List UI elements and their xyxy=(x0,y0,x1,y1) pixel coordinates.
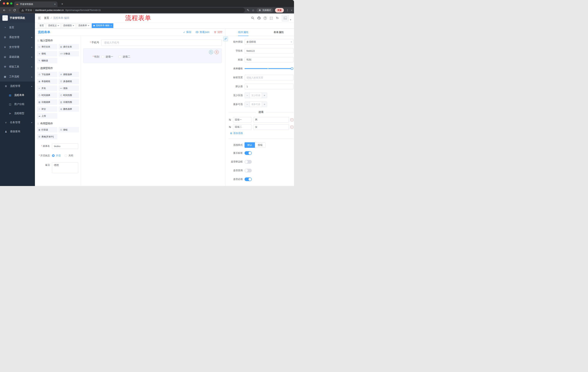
option-value-input[interactable] xyxy=(253,124,289,130)
decrease-button[interactable] xyxy=(245,102,250,107)
palette-item-single-text[interactable]: ▭单行文本 xyxy=(37,44,57,50)
palette-item-password[interactable]: ∗密码 xyxy=(37,51,57,56)
sidebar-item-home[interactable]: ◔ 首页 xyxy=(0,22,35,32)
add-option-button[interactable]: 添加选项 xyxy=(230,132,294,135)
window-close-button[interactable] xyxy=(3,2,5,5)
sidebar-item-process-management[interactable]: ≣ 流程管理 xyxy=(0,82,35,91)
palette-item-slider[interactable]: ⊷滑块 xyxy=(59,85,79,91)
tag-process-form-edit[interactable]: 流程表单-编辑 xyxy=(92,23,113,28)
hamburger-icon[interactable] xyxy=(38,16,41,20)
clear-button[interactable]: 清空 xyxy=(214,31,222,34)
copy-widget-button[interactable] xyxy=(209,50,213,54)
tab-close-icon[interactable] xyxy=(54,3,56,6)
grid-slider[interactable] xyxy=(244,66,294,71)
palette-item-date-picker[interactable]: ▦日期选择 xyxy=(37,99,57,105)
increase-button[interactable] xyxy=(262,102,267,107)
default-value-input[interactable] xyxy=(244,84,294,89)
palette-item-counter[interactable]: 123计数器 xyxy=(59,51,79,56)
palette-item-multi-text[interactable]: ▤多行文本 xyxy=(59,44,79,50)
palette-item-select[interactable]: ⊙下拉选择 xyxy=(37,72,57,77)
app-logo-row[interactable]: 芋道管理系统 xyxy=(0,13,35,22)
remove-option-button[interactable] xyxy=(290,118,294,121)
password-key-icon[interactable] xyxy=(247,9,250,12)
delete-widget-button[interactable] xyxy=(215,50,219,54)
sidebar-item-user-group[interactable]: ◫ 用户分组 xyxy=(0,100,35,109)
sidebar-item-process-model[interactable]: ⊳ 流程模型 xyxy=(0,109,35,118)
new-tab-button[interactable] xyxy=(60,2,64,6)
checkbox-option-1[interactable]: 选项一 xyxy=(102,55,113,58)
drag-handle-icon[interactable] xyxy=(229,126,231,128)
option-style-button-button[interactable]: 按钮 xyxy=(255,142,265,148)
search-icon[interactable] xyxy=(251,16,254,20)
drag-handle-icon[interactable] xyxy=(229,118,231,121)
breadcrumb-home[interactable]: 首页 xyxy=(44,16,49,20)
tab-component-props[interactable]: 组件属性 xyxy=(226,29,261,36)
field-link-button[interactable] xyxy=(223,36,228,41)
sidebar-item-task-management[interactable]: ⋎ 任务管理 xyxy=(0,118,35,127)
github-icon[interactable] xyxy=(257,16,261,20)
sidebar-item-system[interactable]: ⚙ 系统管理 xyxy=(0,32,35,42)
tab-form-props[interactable]: 表单属性 xyxy=(261,29,294,36)
component-type-select[interactable]: 多选框组 xyxy=(244,39,294,45)
sidebar-item-payment[interactable]: ¥ 支付管理 xyxy=(0,42,35,52)
decrease-button[interactable] xyxy=(245,93,250,98)
back-button[interactable] xyxy=(2,8,7,13)
tag-close-icon[interactable] xyxy=(58,24,59,27)
bookmark-star-icon[interactable] xyxy=(252,9,254,12)
palette-item-checkbox-group[interactable]: ☑多选框组 xyxy=(59,79,79,84)
tag-process-definition[interactable]: 流程定义 xyxy=(46,23,61,28)
window-minimize-button[interactable] xyxy=(7,2,9,5)
label-width-input[interactable] xyxy=(244,75,294,80)
forward-button[interactable] xyxy=(7,8,12,13)
avatar[interactable] xyxy=(282,15,289,21)
view-json-button[interactable]: 查看json xyxy=(196,31,210,34)
tag-home[interactable]: 首页 xyxy=(38,23,45,28)
option-label-input[interactable] xyxy=(233,117,252,122)
required-switch[interactable] xyxy=(244,177,252,181)
reload-button[interactable] xyxy=(12,8,17,13)
increase-button[interactable] xyxy=(262,93,267,98)
sidebar-item-devtools[interactable]: ⚒ 研发工具 xyxy=(0,62,35,72)
option-value-input[interactable] xyxy=(253,117,289,122)
sidebar-item-leave-query[interactable]: ♟ 请假查询 xyxy=(0,127,35,136)
min-select-input[interactable] xyxy=(250,93,262,98)
font-size-icon[interactable] xyxy=(276,16,279,20)
palette-item-color-picker[interactable]: ◍颜色选择 xyxy=(59,106,79,112)
tag-process-form[interactable]: 流程表单 xyxy=(77,23,91,28)
palette-item-button[interactable]: ⊡按钮 xyxy=(59,127,79,132)
phone-field[interactable]: 手机号 xyxy=(83,39,222,46)
tag-process-model[interactable]: 流程模型 xyxy=(62,23,76,28)
title-input[interactable] xyxy=(244,57,294,63)
tag-close-icon[interactable] xyxy=(88,24,89,27)
palette-item-table[interactable]: ⊞表格[开发中] xyxy=(37,134,57,139)
disabled-switch[interactable] xyxy=(244,169,252,172)
checkbox-option-2[interactable]: 选项二 xyxy=(119,55,130,58)
fullscreen-icon[interactable] xyxy=(270,17,273,20)
max-select-input[interactable] xyxy=(250,102,262,107)
border-switch[interactable] xyxy=(244,160,252,164)
option-label-input[interactable] xyxy=(233,124,252,130)
help-icon[interactable] xyxy=(264,17,267,20)
window-zoom-button[interactable] xyxy=(10,2,12,5)
browser-menu-icon[interactable] xyxy=(286,9,289,12)
option-style-default-button[interactable]: 默认 xyxy=(244,142,255,148)
palette-item-row-container[interactable]: ▣行容器 xyxy=(37,127,57,132)
sidebar-item-infrastructure[interactable]: ⊞ 基础设施 xyxy=(0,52,35,62)
save-button[interactable]: 保存 xyxy=(183,31,191,34)
sidebar-item-process-form[interactable]: ▤ 流程表单 xyxy=(0,91,35,100)
slider-handle[interactable] xyxy=(291,67,293,70)
tag-close-icon[interactable] xyxy=(110,24,112,27)
palette-item-radio-group[interactable]: ◉单选框组 xyxy=(37,79,57,84)
palette-item-time-range[interactable]: ◴时间范围 xyxy=(59,93,79,98)
update-button[interactable]: 更新 xyxy=(275,8,284,12)
address-bar[interactable]: 不安全 dashboard.yudao.iocoder.cn/bpm/manag… xyxy=(19,8,245,13)
remark-textarea[interactable]: 嘿嘿 xyxy=(52,162,78,173)
browser-tab[interactable]: 芋道管理系统 xyxy=(14,1,57,7)
sidebar-item-workflow[interactable]: ▣ 工作流程 xyxy=(0,72,35,82)
palette-item-rate[interactable]: ☆评分 xyxy=(37,106,57,112)
palette-item-upload[interactable]: ☁上传 xyxy=(37,113,57,119)
form-canvas[interactable]: 手机号 性别 xyxy=(81,36,225,186)
selected-widget-gender[interactable]: 性别 选项一 选项二 xyxy=(83,48,222,63)
toolbar-chevron-icon[interactable] xyxy=(291,9,292,11)
status-radio-off[interactable]: 关闭 xyxy=(64,154,73,157)
